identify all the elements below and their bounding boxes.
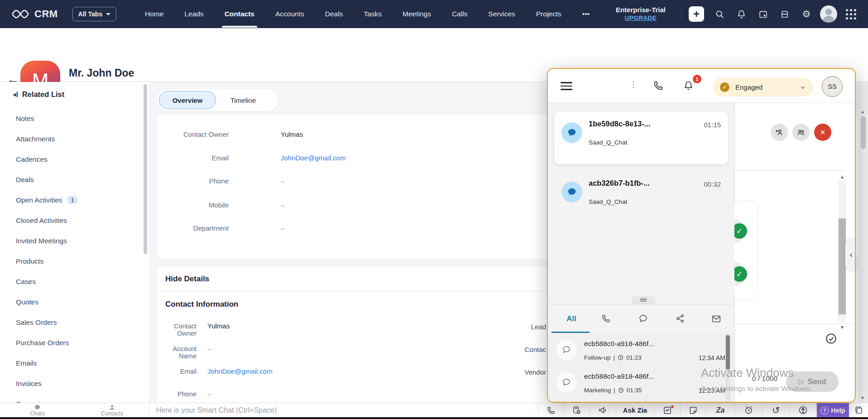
- user-avatar[interactable]: [820, 5, 837, 23]
- nav-item-projects[interactable]: Projects: [536, 0, 561, 28]
- tab-overview[interactable]: Overview: [159, 91, 216, 109]
- zia-insights-chart-icon[interactable]: [654, 403, 680, 417]
- quotes-doc-icon[interactable]: [564, 403, 590, 417]
- sidebar-item-products[interactable]: Products: [0, 251, 149, 271]
- nav-item-accounts[interactable]: Accounts: [275, 0, 304, 28]
- sidebar-item-closed-activities[interactable]: Closed Activities: [0, 210, 149, 231]
- tab-calls-phone-icon[interactable]: [601, 314, 611, 323]
- bell-icon[interactable]: [730, 5, 752, 23]
- nav-item-meetings[interactable]: Meetings: [403, 0, 431, 28]
- email-link[interactable]: JohnDoe@gmail.com: [281, 154, 346, 162]
- chat-session-item[interactable]: acb326b7-b1fb-... 00:32 Saad_Q_Chat: [554, 171, 728, 222]
- chats-icon: [34, 404, 41, 411]
- sidebar-item-emails[interactable]: Emails: [0, 353, 149, 373]
- agent-status-dropdown[interactable]: ✓ Engaged: [713, 78, 813, 96]
- conversation-filter-tabs: All: [548, 304, 734, 334]
- chats-tab[interactable]: Chats: [0, 403, 75, 417]
- active-tab-underline: [551, 332, 590, 333]
- zia-signature-icon[interactable]: Za: [706, 403, 734, 417]
- conversation-item[interactable]: ecb588c0-a918-486f... Marketing | 01:35 …: [548, 372, 734, 403]
- status-label: Engaged: [735, 83, 800, 91]
- conversation-item[interactable]: ecb588c0-a918-486f... Follow-up | 01:23 …: [548, 339, 734, 371]
- mark-complete-icon[interactable]: [825, 332, 837, 345]
- conversation-scrollbar-thumb[interactable]: [726, 335, 730, 370]
- tab-all[interactable]: All: [553, 304, 590, 333]
- notifications-bell-icon[interactable]: [683, 80, 694, 92]
- conversation-scrollbar[interactable]: [725, 334, 730, 402]
- sidebar-item-purchase-orders[interactable]: Purchase Orders: [0, 332, 149, 353]
- agent-avatar[interactable]: SS: [822, 76, 843, 97]
- nav-item-contacts[interactable]: Contacts: [225, 0, 254, 28]
- copy-clipboard-icon[interactable]: [849, 403, 868, 417]
- nav-item-services[interactable]: Services: [488, 0, 515, 28]
- plan-name: Enterprise-Trial: [616, 6, 666, 14]
- clipped-field-label-vendor: Vendor: [474, 368, 546, 376]
- collapse-panel-tab[interactable]: ‹: [845, 238, 856, 271]
- sidebar-item-campaigns[interactable]: Campaigns: [0, 394, 149, 403]
- nav-more-button[interactable]: •••: [582, 0, 590, 28]
- scroll-up-icon[interactable]: ▲: [860, 109, 865, 114]
- nav-item-calls[interactable]: Calls: [452, 0, 467, 28]
- search-icon[interactable]: [709, 5, 730, 23]
- collapse-sidebar-icon[interactable]: ◀: [13, 92, 18, 97]
- field-value: Yulmas: [207, 322, 230, 330]
- dialer-phone-icon[interactable]: [538, 403, 564, 417]
- sidebar-item-invoices[interactable]: Invoices: [0, 373, 149, 394]
- sidebar-item-cadences[interactable]: Cadences: [0, 149, 149, 169]
- sidebar-item-invited-meetings[interactable]: Invited Meetings: [0, 231, 149, 251]
- sidebar-item-notes[interactable]: Notes: [0, 108, 149, 129]
- page-scrollbar-thumb[interactable]: [861, 116, 866, 149]
- hide-details-toggle[interactable]: Hide Details: [165, 275, 209, 284]
- smart-chat-input[interactable]: Here is your Smart Chat (Ctrl+Space): [149, 403, 538, 417]
- field-value: –: [207, 345, 211, 352]
- settings-gear-icon[interactable]: ⚙: [796, 5, 817, 23]
- announcements-megaphone-icon[interactable]: [590, 403, 616, 417]
- sidebar-item-attachments[interactable]: Attachments: [0, 129, 149, 149]
- contacts-tab[interactable]: Contacts: [75, 403, 149, 417]
- transfer-chat-icon[interactable]: [771, 124, 788, 141]
- tab-share-icon[interactable]: [676, 314, 685, 323]
- tab-timeline[interactable]: Timeline: [216, 91, 270, 109]
- page-scrollbar[interactable]: ▲ ▼: [858, 82, 868, 417]
- nav-item-leads[interactable]: Leads: [184, 0, 203, 28]
- sidebar-item-sales-orders[interactable]: Sales Orders: [0, 312, 149, 332]
- sidebar-item-deals[interactable]: Deals: [0, 169, 149, 190]
- chat-session-item[interactable]: 1be59d8c-8e13-... 01:15 Saad_Q_Chat: [554, 111, 728, 164]
- email-link[interactable]: JohnDoe@gmail.com: [207, 367, 273, 375]
- quick-create-button[interactable]: +: [689, 6, 704, 22]
- nav-item-home[interactable]: Home: [145, 0, 163, 28]
- divider: [735, 170, 844, 171]
- nav-item-tasks[interactable]: Tasks: [364, 0, 382, 28]
- help-button[interactable]: ? Help: [816, 403, 849, 417]
- scroll-down-icon[interactable]: ▼: [840, 325, 844, 330]
- apps-grid-icon[interactable]: [840, 5, 862, 23]
- history-icon[interactable]: ↺: [762, 403, 789, 417]
- sidebar-item-quotes[interactable]: Quotes: [0, 292, 149, 312]
- kebab-menu-icon[interactable]: ⋮: [629, 80, 637, 89]
- upgrade-link[interactable]: UPGRADE: [616, 14, 666, 22]
- all-tabs-dropdown[interactable]: All Tabs: [72, 7, 116, 21]
- field-label: Contact Owner: [157, 130, 229, 138]
- scroll-down-icon[interactable]: ▼: [860, 395, 865, 400]
- tab-chats-bubble-icon[interactable]: [638, 314, 648, 323]
- panel-drag-handle[interactable]: [632, 296, 655, 304]
- divider: [681, 7, 681, 21]
- scroll-up-icon[interactable]: ▲: [840, 174, 844, 179]
- ask-zia-button[interactable]: Ask Zia: [616, 403, 654, 417]
- reminders-alarm-icon[interactable]: [734, 403, 762, 417]
- calendar-icon[interactable]: [752, 5, 774, 23]
- sidebar-item-cases[interactable]: Cases: [0, 271, 149, 292]
- group-chat-icon[interactable]: [792, 124, 810, 141]
- notes-label-icon[interactable]: [680, 403, 706, 417]
- accessibility-icon[interactable]: [789, 403, 816, 417]
- phone-icon[interactable]: [653, 80, 664, 91]
- marketplace-icon[interactable]: [774, 5, 796, 23]
- tab-mail-icon[interactable]: [711, 314, 721, 324]
- end-chat-close-icon[interactable]: ✕: [814, 124, 831, 141]
- chat-scrollbar-thumb[interactable]: [839, 218, 846, 314]
- nav-item-deals[interactable]: Deals: [325, 0, 343, 28]
- send-button[interactable]: ▷ Send: [786, 371, 839, 392]
- menu-icon[interactable]: [561, 82, 572, 92]
- sidebar-scrollbar[interactable]: [144, 84, 147, 254]
- sidebar-item-open-activities[interactable]: Open Activities 1: [0, 190, 149, 210]
